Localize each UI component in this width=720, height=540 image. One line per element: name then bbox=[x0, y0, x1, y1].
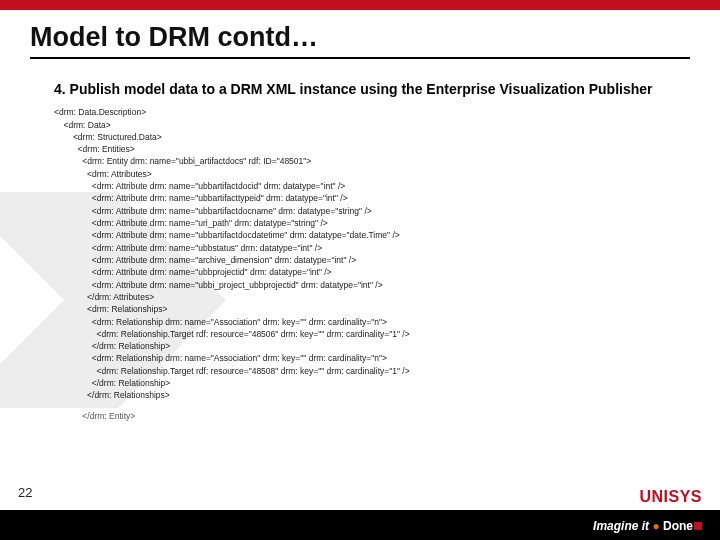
slide-content: 4. Publish model data to a DRM XML insta… bbox=[54, 80, 690, 422]
unisys-logo: UNISYS bbox=[639, 488, 702, 506]
slide-number: 22 bbox=[18, 485, 32, 500]
slide-title: Model to DRM contd… bbox=[30, 22, 690, 59]
tagline-imagine: Imagine it bbox=[593, 519, 649, 533]
dot-icon: ● bbox=[649, 519, 663, 533]
xml-code-block: <drm: Data.Description> <drm: Data> <drm… bbox=[54, 106, 690, 402]
square-dot-icon bbox=[694, 522, 702, 530]
footer-strip: Imagine it ● Done bbox=[0, 510, 720, 540]
title-area: Model to DRM contd… bbox=[30, 22, 690, 59]
xml-code-last-line: </drm: Entity> bbox=[54, 410, 690, 422]
footer-tagline: Imagine it ● Done bbox=[593, 519, 702, 533]
tagline-done: Done bbox=[663, 519, 693, 533]
bullet-heading: 4. Publish model data to a DRM XML insta… bbox=[54, 80, 690, 98]
top-accent-bar bbox=[0, 0, 720, 10]
